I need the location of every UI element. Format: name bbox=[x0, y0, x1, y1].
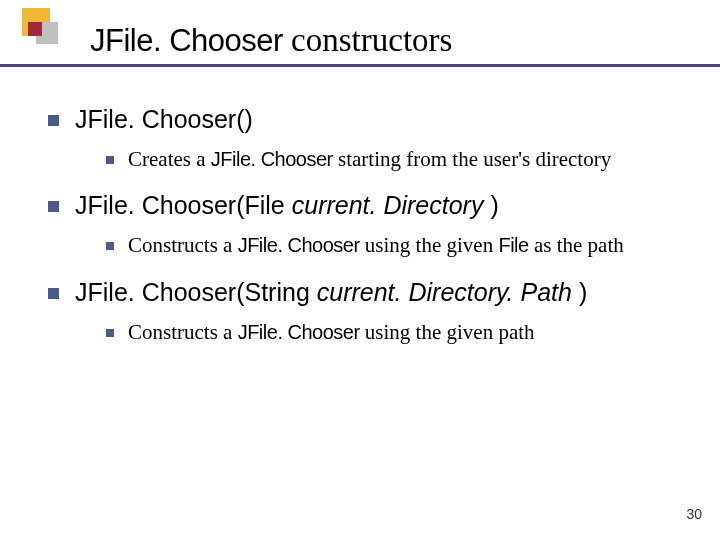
bullet-item-3: JFile. Chooser(String current. Directory… bbox=[48, 278, 690, 307]
bullet-item-2: JFile. Chooser(File current. Directory ) bbox=[48, 191, 690, 220]
sub-text-code: JFile. Chooser bbox=[238, 321, 360, 343]
title-decoration-icon bbox=[22, 8, 58, 44]
title-text-part: constructors bbox=[283, 22, 453, 58]
sub-text-code: JFile. Chooser bbox=[211, 148, 333, 170]
sub-text-pre: Constructs a bbox=[128, 320, 238, 344]
title-bar: JFile. Chooser constructors bbox=[0, 0, 720, 67]
bullet-square-icon bbox=[106, 156, 114, 164]
slide-content: JFile. Chooser() Creates a JFile. Choose… bbox=[0, 67, 720, 346]
item-heading-pre: JFile. Chooser( bbox=[75, 105, 245, 133]
sub-bullet-1: Creates a JFile. Chooser starting from t… bbox=[106, 146, 690, 173]
sub-text-code2: File bbox=[498, 234, 528, 256]
item-heading-post: ) bbox=[245, 105, 253, 133]
sub-text-post: using the given path bbox=[360, 320, 535, 344]
bullet-square-icon bbox=[48, 115, 59, 126]
item-heading-pre: JFile. Chooser(File bbox=[75, 191, 292, 219]
sub-bullet-3: Constructs a JFile. Chooser using the gi… bbox=[106, 319, 690, 346]
sub-text-post: starting from the user's directory bbox=[333, 147, 611, 171]
item-heading-post: ) bbox=[572, 278, 587, 306]
item-heading-arg: current. Directory. Path bbox=[317, 278, 572, 306]
sub-text-pre: Constructs a bbox=[128, 233, 238, 257]
sub-text-mid: using the given bbox=[360, 233, 499, 257]
sub-text-pre: Creates a bbox=[128, 147, 211, 171]
bullet-square-icon bbox=[106, 329, 114, 337]
item-heading-pre: JFile. Chooser(String bbox=[75, 278, 317, 306]
item-heading-post: ) bbox=[483, 191, 498, 219]
sub-bullet-2: Constructs a JFile. Chooser using the gi… bbox=[106, 232, 690, 259]
bullet-square-icon bbox=[48, 288, 59, 299]
sub-text-code: JFile. Chooser bbox=[238, 234, 360, 256]
title-code-part: JFile. Chooser bbox=[90, 23, 283, 58]
bullet-item-1: JFile. Chooser() bbox=[48, 105, 690, 134]
bullet-square-icon bbox=[106, 242, 114, 250]
item-heading-arg: current. Directory bbox=[292, 191, 484, 219]
slide-title: JFile. Chooser constructors bbox=[90, 22, 720, 60]
sub-text-post: as the path bbox=[529, 233, 624, 257]
bullet-square-icon bbox=[48, 201, 59, 212]
page-number: 30 bbox=[686, 506, 702, 522]
